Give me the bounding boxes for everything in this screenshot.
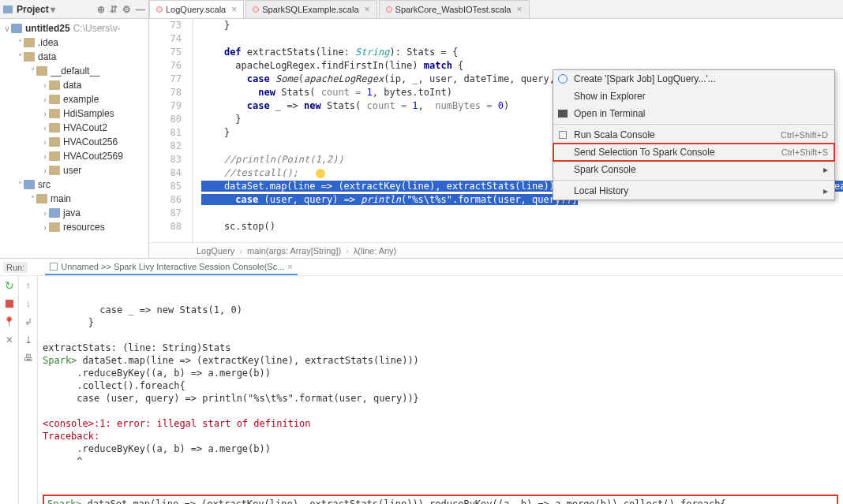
pin-button[interactable]: 📍 xyxy=(3,315,15,327)
run-label: Run: xyxy=(3,262,28,273)
scroll-to-end-icon[interactable]: ⤓ xyxy=(22,334,34,345)
menu-item[interactable]: Run Scala ConsoleCtrl+Shift+D xyxy=(553,126,834,144)
close-icon[interactable]: × xyxy=(365,4,370,15)
menu-item[interactable]: Open in Terminal xyxy=(553,105,834,122)
tree-item[interactable]: ›data xyxy=(0,78,148,92)
run-tab[interactable]: Unnamed >> Spark Livy Interactive Sessio… xyxy=(45,259,298,275)
project-panel: Project▾ ⊕ ⇵ ⚙ — v untitled25 C:\Users\v… xyxy=(0,0,149,258)
editor-tab[interactable]: LogQuery.scala× xyxy=(149,0,244,18)
exit-button[interactable]: ✕ xyxy=(3,334,15,345)
console-tool-gutter: ↻ 📍 ✕ xyxy=(0,276,19,504)
tree-item[interactable]: ›HdiSamples xyxy=(0,106,148,121)
collapse-icon[interactable]: ⊕ xyxy=(97,4,105,15)
stop-button[interactable] xyxy=(3,297,15,309)
menu-item[interactable]: Local History▸ xyxy=(553,182,834,200)
up-icon[interactable]: ↑ xyxy=(22,279,34,291)
console-highlight-box: Spark> dataSet.map(line => (extractKey(l… xyxy=(43,495,838,504)
tree-item[interactable]: ›HVACout256 xyxy=(0,135,148,149)
context-menu: Create '[Spark Job] LogQuery...'...Show … xyxy=(553,69,835,200)
console-nav-gutter: ↑ ↓ ↲ ⤓ 🖶 xyxy=(19,276,38,504)
tree-item[interactable]: ›java xyxy=(0,206,148,220)
tree-item[interactable]: ˅__default__ xyxy=(0,64,148,78)
scroll-icon[interactable]: ⇵ xyxy=(110,4,118,15)
tree-item[interactable]: ›user xyxy=(0,163,148,177)
project-header: Project▾ ⊕ ⇵ ⚙ — xyxy=(0,0,148,19)
tree-item[interactable]: ˅src xyxy=(0,177,148,192)
menu-item[interactable]: Send Selection To Spark ConsoleCtrl+Shif… xyxy=(553,144,834,161)
menu-item[interactable]: Spark Console▸ xyxy=(553,161,834,178)
project-title-btn[interactable]: Project▾ xyxy=(3,4,97,15)
close-icon[interactable]: × xyxy=(516,4,522,15)
tree-item[interactable]: ›example xyxy=(0,92,148,106)
console-output[interactable]: case _ => new Stats(1, 0) } extractStats… xyxy=(38,276,843,504)
run-panel: Run: Unnamed >> Spark Livy Interactive S… xyxy=(0,259,843,504)
close-icon[interactable]: × xyxy=(231,4,237,15)
project-tree[interactable]: v untitled25 C:\Users\v- ˅.idea˅data˅__d… xyxy=(0,19,148,258)
down-icon[interactable]: ↓ xyxy=(22,297,34,309)
editor-tab[interactable]: SparkCore_WasbIOTest.scala× xyxy=(379,0,530,18)
tree-item[interactable]: ˅main xyxy=(0,192,148,206)
tree-item[interactable]: ˅.idea xyxy=(0,35,148,50)
menu-item[interactable]: Create '[Spark Job] LogQuery...'... xyxy=(553,70,834,88)
menu-item[interactable]: Show in Explorer xyxy=(553,88,834,105)
gear-icon[interactable]: ⚙ xyxy=(122,4,131,15)
editor-area: LogQuery.scala×SparkSQLExample.scala×Spa… xyxy=(149,0,843,258)
tree-item[interactable]: ›resources xyxy=(0,220,148,234)
tree-item[interactable]: ˅data xyxy=(0,50,148,64)
editor-tabs: LogQuery.scala×SparkSQLExample.scala×Spa… xyxy=(149,0,843,19)
print-icon[interactable]: 🖶 xyxy=(22,352,34,364)
wrap-icon[interactable]: ↲ xyxy=(22,315,34,327)
tree-root[interactable]: v untitled25 C:\Users\v- xyxy=(0,21,148,35)
rerun-button[interactable]: ↻ xyxy=(3,279,15,291)
hide-icon[interactable]: — xyxy=(136,4,145,15)
close-icon[interactable]: × xyxy=(287,262,292,271)
breadcrumb[interactable]: LogQuery› main(args: Array[String])› λ(l… xyxy=(149,242,843,258)
editor-tab[interactable]: SparkSQLExample.scala× xyxy=(245,0,377,18)
run-header: Run: Unnamed >> Spark Livy Interactive S… xyxy=(0,259,843,276)
tree-item[interactable]: ›HVACout2569 xyxy=(0,149,148,163)
tree-item[interactable]: ›HVACout2 xyxy=(0,121,148,135)
